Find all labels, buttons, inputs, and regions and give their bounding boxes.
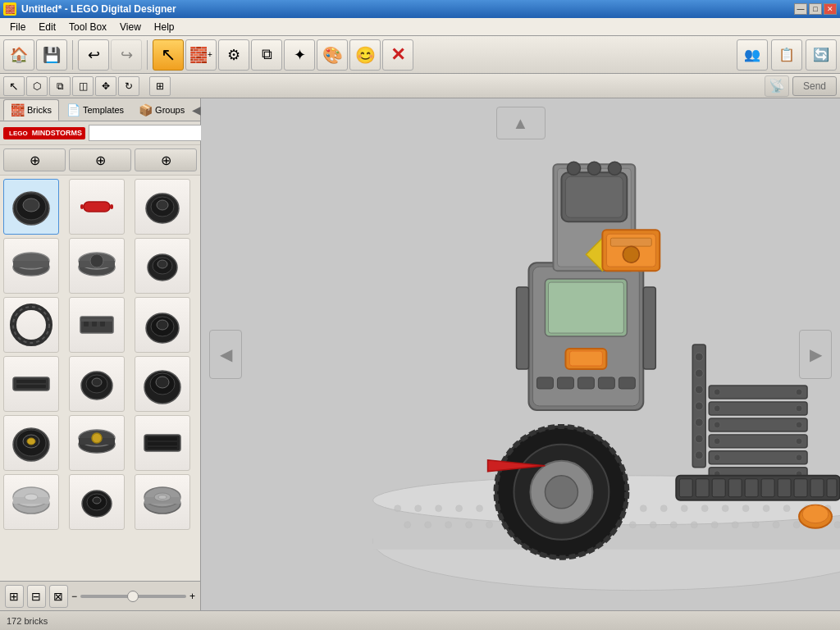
sec-hide-button[interactable]: ◫	[72, 76, 94, 96]
nav-arrow-left[interactable]: ◀	[209, 330, 242, 379]
svg-rect-31	[16, 385, 46, 388]
svg-point-174	[695, 402, 703, 410]
svg-rect-147	[548, 282, 623, 333]
view-mode-2-button[interactable]: ⊟	[27, 585, 46, 608]
panel-collapse-button[interactable]: ◀	[192, 103, 201, 116]
brick-item-15[interactable]	[135, 415, 190, 471]
tab-groups[interactable]: 📦 Groups	[131, 99, 192, 121]
toolbar-section-tools: ↖ 🧱+ ⚙ ⧉ ✦ 🎨 😊 ✕	[153, 39, 413, 71]
brick-item-2[interactable]	[69, 179, 125, 235]
menu-view[interactable]: View	[113, 20, 148, 34]
svg-rect-130	[696, 479, 709, 497]
cat-button-2[interactable]: ⊕	[69, 148, 131, 171]
brick-item-10[interactable]	[3, 356, 59, 412]
view-mode-3-button[interactable]: ⊠	[49, 585, 68, 608]
window-controls: — □ ✕	[794, 3, 837, 15]
send-button[interactable]: Send	[792, 76, 837, 96]
brick-item-7[interactable]	[3, 297, 59, 353]
redo-button[interactable]: ↪	[111, 39, 142, 71]
community-button[interactable]: 👥	[737, 39, 768, 71]
mindstorms-logo: LEGO MINDSTORMS	[3, 127, 85, 139]
brick-item-16[interactable]	[3, 474, 59, 530]
minimize-button[interactable]: —	[794, 3, 807, 15]
svg-point-161	[567, 162, 580, 175]
brick-item-17[interactable]	[69, 474, 125, 530]
send-icon-button[interactable]: 📡	[765, 75, 789, 97]
category-buttons: ⊕ ⊕ ⊕	[0, 145, 200, 176]
svg-rect-132	[728, 479, 742, 497]
minifig-button[interactable]: 😊	[349, 39, 381, 71]
svg-point-77	[640, 505, 646, 512]
undo-button[interactable]: ↩	[78, 39, 109, 71]
view-mode-1-button[interactable]: ⊞	[5, 585, 24, 608]
sec-extra-button[interactable]: ⊞	[149, 76, 171, 96]
svg-point-118	[714, 422, 720, 428]
save-button[interactable]: 💾	[36, 39, 67, 71]
sec-lasso-button[interactable]: ⬡	[26, 76, 48, 96]
tab-templates[interactable]: 📄 Templates	[59, 99, 131, 121]
zoom-out-icon: −	[71, 591, 77, 602]
svg-point-171	[695, 353, 703, 361]
sec-move-button[interactable]: ✥	[95, 76, 116, 96]
brick-item-12[interactable]	[135, 356, 190, 412]
mindstorms-label: MINDSTORMS	[32, 129, 82, 137]
svg-rect-131	[712, 479, 725, 497]
flex-button[interactable]: ✦	[284, 39, 315, 71]
svg-point-41	[27, 438, 35, 445]
close-button[interactable]: ✕	[824, 3, 837, 15]
svg-point-88	[404, 522, 411, 528]
brick-item-1[interactable]	[3, 179, 59, 235]
brick-item-4[interactable]	[3, 238, 59, 294]
brick-item-9[interactable]	[135, 297, 190, 353]
svg-rect-129	[679, 479, 692, 497]
sec-select-button[interactable]: ↖	[3, 76, 25, 96]
lego-model	[201, 98, 840, 610]
brick-item-13[interactable]	[3, 415, 59, 471]
svg-rect-151	[557, 377, 573, 389]
svg-point-80	[701, 505, 708, 512]
cat-button-1[interactable]: ⊕	[3, 148, 66, 171]
nav-arrow-right[interactable]: ▶	[799, 330, 832, 379]
search-input[interactable]	[89, 125, 210, 141]
brick-item-18[interactable]	[135, 474, 190, 530]
toolbar-section-edit: ↩ ↪	[78, 39, 142, 71]
svg-point-66	[415, 505, 422, 512]
svg-point-102	[691, 522, 697, 528]
svg-point-163	[608, 162, 621, 175]
menu-help[interactable]: Help	[148, 20, 181, 34]
brick-item-3[interactable]	[135, 179, 190, 235]
delete-button[interactable]: ✕	[382, 39, 413, 71]
select-tool-button[interactable]: ↖	[153, 39, 184, 71]
brick-item-14[interactable]	[69, 415, 125, 471]
svg-point-53	[25, 494, 38, 500]
building-guide2-button[interactable]: 🔄	[806, 39, 837, 71]
sec-clone-button[interactable]: ⧉	[49, 76, 71, 96]
add-brick-button[interactable]: 🧱+	[185, 39, 217, 71]
svg-point-179	[802, 505, 829, 523]
maximize-button[interactable]: □	[809, 3, 822, 15]
menu-toolbox[interactable]: Tool Box	[62, 20, 113, 34]
menu-file[interactable]: File	[3, 20, 32, 34]
sec-rotate-button[interactable]: ↻	[118, 76, 139, 96]
building-guide-button[interactable]: 📋	[771, 39, 802, 71]
zoom-slider[interactable]	[80, 595, 186, 598]
svg-rect-150	[536, 377, 553, 389]
brick-item-6[interactable]	[135, 238, 190, 294]
paint-button[interactable]: 🎨	[317, 39, 348, 71]
home-button[interactable]: 🏠	[3, 39, 34, 71]
svg-point-82	[742, 505, 749, 512]
svg-point-91	[466, 522, 472, 528]
send-area: 📡 Send	[765, 75, 837, 97]
toolbar-right: 👥 📋 🔄	[737, 39, 837, 71]
brick-item-11[interactable]	[69, 356, 125, 412]
groups-tab-icon: 📦	[139, 103, 153, 116]
menu-edit[interactable]: Edit	[32, 20, 62, 34]
cat-button-3[interactable]: ⊕	[135, 148, 197, 171]
hinge-button[interactable]: ⚙	[218, 39, 249, 71]
brick-item-5[interactable]	[69, 238, 125, 294]
clone-button[interactable]: ⧉	[251, 39, 282, 71]
nav-arrow-up[interactable]: ▲	[496, 107, 546, 139]
svg-point-99	[629, 522, 636, 528]
brick-item-8[interactable]	[69, 297, 125, 353]
tab-bricks[interactable]: 🧱 Bricks	[3, 99, 59, 121]
